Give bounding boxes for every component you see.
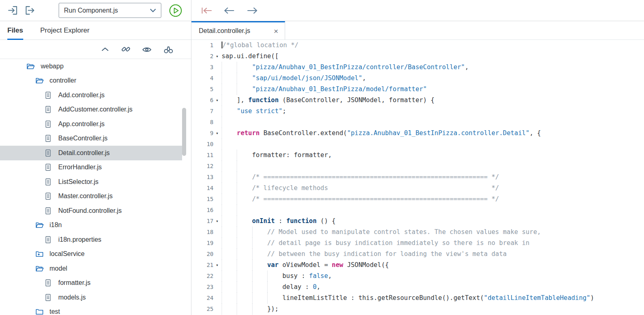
code-text[interactable]: "pizza/Anubhav_01_BestInPizza/model/form… (221, 84, 427, 95)
line-number: 25 (207, 304, 213, 315)
tree-item-label: webapp (41, 63, 64, 70)
line-number: 15 (207, 194, 213, 205)
tree-item-webapp[interactable]: webapp (0, 59, 182, 74)
tree-item-controller[interactable]: controller (0, 74, 182, 88)
tree-item-label: BaseController.js (58, 135, 108, 142)
code-line-13: 13/* ===================================… (191, 172, 644, 183)
tab-project-explorer-label: Project Explorer (40, 26, 90, 35)
fold-collapse-icon[interactable]: ▾ (213, 216, 221, 227)
code-text[interactable]: /*global location */ (221, 40, 299, 51)
tree-item-label: formatter.js (58, 279, 90, 287)
indent-guide (222, 238, 237, 249)
gutter: 10 (191, 139, 221, 150)
tree-item-model[interactable]: model (0, 261, 182, 276)
file-icon (44, 192, 53, 201)
code-line-25: 25}); (191, 304, 644, 315)
code-text[interactable] (221, 161, 252, 172)
tab-project-explorer[interactable]: Project Explorer (40, 21, 90, 39)
code-line-4: 4"sap/ui/model/json/JSONModel", (191, 73, 644, 84)
gutter: 16 (191, 205, 221, 216)
code-text[interactable]: sap.ui.define([ (221, 51, 279, 62)
tree-item-formatter-js[interactable]: formatter.js (0, 276, 182, 291)
code-text[interactable]: "sap/ui/model/json/JSONModel", (221, 73, 366, 84)
editor-tab-detail-controller[interactable]: Detail.controller.js × (191, 21, 285, 39)
sign-out-icon[interactable] (24, 5, 35, 16)
indent-guide (222, 117, 237, 128)
tree-scrollbar-thumb[interactable] (182, 108, 186, 156)
tree-item-label: AddCustomer.controller.js (58, 106, 132, 113)
close-icon[interactable]: × (273, 27, 279, 35)
code-text[interactable]: "pizza/Anubhav_01_BestInPizza/controller… (221, 62, 469, 73)
binoculars-icon[interactable] (163, 44, 174, 55)
collapse-all-icon[interactable] (100, 44, 110, 54)
sign-in-icon[interactable] (7, 5, 18, 16)
navigate-back-icon[interactable] (223, 6, 235, 15)
code-text[interactable] (221, 205, 252, 216)
fold-collapse-icon[interactable]: ▾ (213, 95, 221, 106)
code-text[interactable]: var oViewModel = new JSONModel({ (221, 260, 389, 271)
tree-item-errorhandler-js[interactable]: ErrorHandler.js (0, 160, 182, 175)
sap-web-ide-window: Run Component.js (0, 0, 644, 315)
indent-guide (237, 194, 252, 205)
code-text[interactable] (221, 117, 237, 128)
tree-item-app-controller-js[interactable]: App.controller.js (0, 117, 182, 131)
code-line-14: 14/* lifecycle methods */ (191, 183, 644, 194)
code-text[interactable]: // detail page is busy indication immedi… (221, 238, 530, 249)
fold-collapse-icon[interactable]: ▾ (213, 260, 221, 271)
code-text[interactable]: delay : 0, (221, 282, 321, 293)
tree-item-basecontroller-js[interactable]: BaseController.js (0, 131, 182, 146)
code-text[interactable]: }); (221, 304, 279, 315)
toolbar-nav-section (191, 0, 644, 21)
tree-item-i18n[interactable]: i18n (0, 218, 182, 233)
code-text[interactable]: busy : false, (221, 271, 332, 282)
code-text[interactable]: formatter: formatter, (221, 150, 332, 161)
code-text[interactable]: ], function (BaseController, JSONModel, … (221, 95, 435, 106)
navigate-forward-icon[interactable] (246, 6, 258, 15)
tree-item-detail-controller-js[interactable]: Detail.controller.js (0, 146, 182, 160)
code-text[interactable]: /* lifecycle methods */ (221, 183, 499, 194)
code-text[interactable]: return BaseController.extend("pizza.Anub… (221, 128, 541, 139)
code-text[interactable]: "use strict"; (221, 106, 286, 117)
tree-item-i18n-properties[interactable]: i18n.properties (0, 232, 182, 247)
tree-item-notfound-controller-js[interactable]: NotFound.controller.js (0, 203, 182, 218)
tree-item-models-js[interactable]: models.js (0, 290, 182, 305)
indent-guide (237, 161, 252, 172)
tree-item-addcustomer-controller-js[interactable]: AddCustomer.controller.js (0, 103, 182, 117)
run-config-dropdown[interactable]: Run Component.js (59, 3, 161, 18)
code-text[interactable]: /* =====================================… (221, 172, 499, 183)
indent-guide (252, 260, 267, 271)
code-text[interactable] (221, 139, 237, 150)
code-text[interactable]: lineItemListTitle : this.getResourceBund… (221, 293, 594, 304)
code-text[interactable]: /* =====================================… (221, 194, 499, 205)
code-line-6: 6▾], function (BaseController, JSONModel… (191, 95, 644, 106)
file-icon (44, 206, 53, 215)
tree-item-test[interactable]: test (0, 305, 182, 315)
fold-collapse-icon[interactable]: ▾ (213, 128, 221, 139)
fold-collapse-icon[interactable]: ▾ (213, 51, 221, 62)
code-text[interactable]: // Model used to manipulate control stat… (221, 227, 541, 238)
code-line-12: 12 (191, 161, 644, 172)
tree-item-listselector-js[interactable]: ListSelector.js (0, 175, 182, 189)
code-line-3: 3"pizza/Anubhav_01_BestInPizza/controlle… (191, 62, 644, 73)
code-text[interactable]: onInit : function () { (221, 216, 336, 227)
eye-icon[interactable] (142, 44, 152, 55)
toolbar-left-section: Run Component.js (0, 0, 191, 21)
line-number: 10 (207, 139, 213, 150)
run-button[interactable] (169, 3, 183, 18)
code-text[interactable]: // between the busy indication for loadi… (221, 249, 507, 260)
gutter: 3 (191, 62, 221, 73)
tab-files[interactable]: Files (7, 21, 23, 39)
line-number: 11 (207, 150, 213, 161)
play-circle-icon (169, 4, 182, 18)
file-icon (44, 235, 53, 244)
code-line-21: 21▾var oViewModel = new JSONModel({ (191, 260, 644, 271)
link-icon[interactable] (121, 44, 131, 54)
tree-item-localservice[interactable]: localService (0, 247, 182, 262)
goto-last-edit-icon[interactable] (200, 6, 213, 15)
tree-item-master-controller-js[interactable]: Master.controller.js (0, 189, 182, 204)
folder-closed-icon (35, 307, 44, 315)
tree-item-add-controller-js[interactable]: Add.controller.js (0, 88, 182, 103)
gutter: 7 (191, 106, 221, 117)
indent-guide (237, 172, 252, 183)
line-number: 2 (210, 51, 213, 62)
